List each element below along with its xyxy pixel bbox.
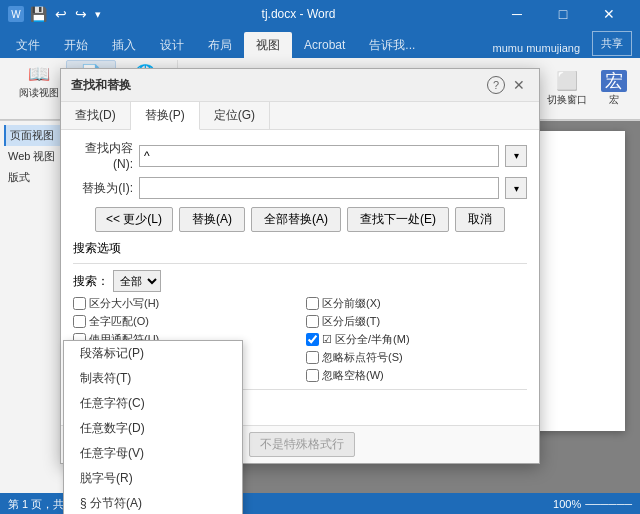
ignore-space-checkbox[interactable]: 忽略空格(W) xyxy=(306,368,527,383)
quick-access-redo[interactable]: ↪ xyxy=(73,6,89,22)
tab-start[interactable]: 开始 xyxy=(52,32,100,58)
fullhalf-input[interactable] xyxy=(306,333,319,346)
dialog-title-bar: 查找和替换 ? ✕ xyxy=(61,69,539,102)
quick-access-undo[interactable]: ↩ xyxy=(53,6,69,22)
replace-button[interactable]: 替换(A) xyxy=(179,207,245,232)
reading-view-btn[interactable]: 📖 阅读视图 xyxy=(14,60,64,103)
search-label: 搜索选项 xyxy=(73,240,121,257)
not-special-button[interactable]: 不是特殊格式行 xyxy=(249,432,355,457)
quick-access-more[interactable]: ▾ xyxy=(93,8,103,21)
menu-any-char[interactable]: 任意字符(C) xyxy=(64,391,242,416)
find-input[interactable] xyxy=(139,145,499,167)
dialog-title: 查找和替换 xyxy=(71,77,131,94)
replace-label: 替换为(I): xyxy=(73,180,133,197)
fullhalf-checkbox[interactable]: ☑ 区分全/半角(M) xyxy=(306,332,527,347)
tab-layout[interactable]: 布局 xyxy=(196,32,244,58)
ignore-space-input[interactable] xyxy=(306,369,319,382)
window-title: tj.docx - Word xyxy=(103,7,494,21)
maximize-button[interactable]: □ xyxy=(540,0,586,28)
find-dropdown-btn[interactable]: ▾ xyxy=(505,145,527,167)
menu-paragraph-mark[interactable]: 段落标记(P) xyxy=(64,341,242,366)
menu-tab[interactable]: 制表符(T) xyxy=(64,366,242,391)
minimize-button[interactable]: ─ xyxy=(494,0,540,28)
dialog-tab-bar: 查找(D) 替换(P) 定位(G) xyxy=(61,102,539,130)
divider1 xyxy=(73,263,527,264)
dialog-close-button[interactable]: ✕ xyxy=(509,75,529,95)
whole-word-checkbox[interactable]: 全字匹配(O) xyxy=(73,314,294,329)
prefix-input[interactable] xyxy=(306,297,319,310)
title-bar-left: W 💾 ↩ ↪ ▾ xyxy=(8,6,103,22)
zoom-level: 100% xyxy=(553,498,581,510)
menu-any-letter[interactable]: 任意字母(V) xyxy=(64,441,242,466)
quick-access-save[interactable]: 💾 xyxy=(28,6,49,22)
find-label: 查找内容(N): xyxy=(73,140,133,171)
suffix-checkbox[interactable]: 区分后缀(T) xyxy=(306,314,527,329)
share-button[interactable]: 共享 xyxy=(592,31,632,56)
replace-all-button[interactable]: 全部替换(A) xyxy=(251,207,341,232)
find-next-button[interactable]: 查找下一处(E) xyxy=(347,207,449,232)
switch-windows-btn[interactable]: ⬜ 切换窗口 xyxy=(542,67,592,110)
replace-input[interactable] xyxy=(139,177,499,199)
suffix-input[interactable] xyxy=(306,315,319,328)
word-icon: W xyxy=(8,6,24,22)
tab-insert[interactable]: 插入 xyxy=(100,32,148,58)
search-direction-label: 搜索： xyxy=(73,273,109,290)
find-row: 查找内容(N): ▾ xyxy=(73,140,527,171)
dialog-tab-find[interactable]: 查找(D) xyxy=(61,102,131,129)
special-format-dropdown: 段落标记(P) 制表符(T) 任意字符(C) 任意数字(D) 任意字母(V) 脱… xyxy=(63,340,243,514)
dialog-help-button[interactable]: ? xyxy=(487,76,505,94)
tab-view[interactable]: 视图 xyxy=(244,32,292,58)
ignore-punct-checkbox[interactable]: 忽略标点符号(S) xyxy=(306,350,527,365)
zoom-slider[interactable]: ────── xyxy=(585,498,632,510)
tab-file[interactable]: 文件 xyxy=(4,32,52,58)
menu-caret[interactable]: 脱字号(R) xyxy=(64,466,242,491)
window-controls: ─ □ ✕ xyxy=(494,0,632,28)
menu-section-mark[interactable]: § 分节符(A) xyxy=(64,491,242,514)
tab-design[interactable]: 设计 xyxy=(148,32,196,58)
dialog-tab-replace[interactable]: 替换(P) xyxy=(131,102,200,130)
less-more-button[interactable]: << 更少(L) xyxy=(95,207,173,232)
tab-acrobat[interactable]: Acrobat xyxy=(292,32,357,58)
case-sensitive-checkbox[interactable]: 区分大小写(H) xyxy=(73,296,294,311)
prefix-checkbox[interactable]: 区分前缀(X) xyxy=(306,296,527,311)
user-name[interactable]: mumu mumujiang xyxy=(485,38,588,58)
menu-any-digit[interactable]: 任意数字(D) xyxy=(64,416,242,441)
tab-tell-me[interactable]: 告诉我... xyxy=(357,32,427,58)
close-button[interactable]: ✕ xyxy=(586,0,632,28)
ignore-punct-input[interactable] xyxy=(306,351,319,364)
dialog-tab-goto[interactable]: 定位(G) xyxy=(200,102,270,129)
case-sensitive-input[interactable] xyxy=(73,297,86,310)
replace-dropdown-btn[interactable]: ▾ xyxy=(505,177,527,199)
status-right: 100% ────── xyxy=(553,498,632,510)
title-bar: W 💾 ↩ ↪ ▾ tj.docx - Word ─ □ ✕ xyxy=(0,0,640,28)
replace-row: 替换为(I): ▾ xyxy=(73,177,527,199)
search-options-row: 搜索选项 xyxy=(73,240,527,257)
cancel-button[interactable]: 取消 xyxy=(455,207,505,232)
search-direction-select[interactable]: 全部 向上 向下 xyxy=(113,270,161,292)
macro-btn[interactable]: 宏 宏 xyxy=(596,67,632,110)
ribbon-tab-bar: 文件 开始 插入 设计 布局 视图 Acrobat 告诉我... mumu mu… xyxy=(0,28,640,58)
dialog-actions: << 更少(L) 替换(A) 全部替换(A) 查找下一处(E) 取消 xyxy=(73,207,527,232)
search-row: 搜索： 全部 向上 向下 xyxy=(73,270,527,292)
whole-word-input[interactable] xyxy=(73,315,86,328)
